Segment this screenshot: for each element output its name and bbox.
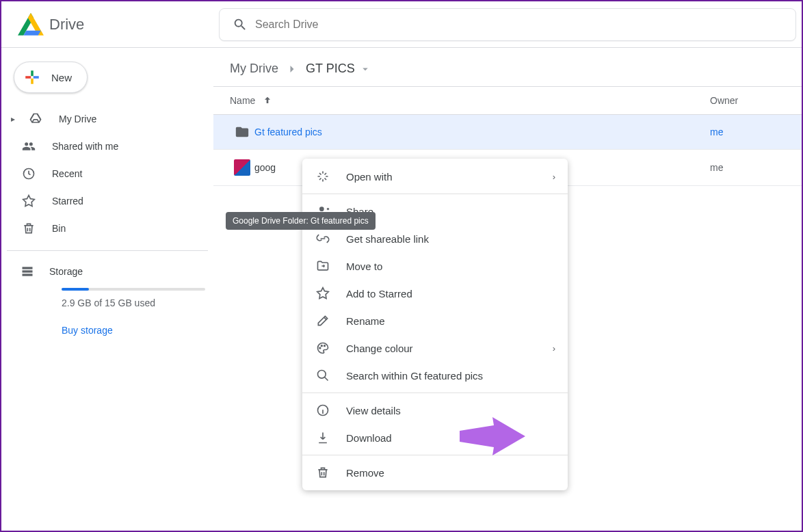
- sidebar-item-label: Starred: [52, 196, 83, 207]
- image-thumbnail-icon: [230, 159, 254, 176]
- search-input[interactable]: [255, 18, 790, 31]
- owner-cell: me: [710, 127, 785, 137]
- sidebar: New ▸ My Drive Shared with me Recent Sta…: [1, 48, 213, 531]
- svg-point-8: [318, 371, 326, 379]
- star-icon: [21, 194, 37, 208]
- svg-rect-3: [23, 274, 33, 276]
- svg-point-6: [321, 345, 323, 347]
- storage-progress: [62, 288, 205, 291]
- file-name: Gt featured pics: [254, 127, 710, 137]
- breadcrumb-current-label: GT PICS: [306, 62, 355, 76]
- storage-used-text: 2.9 GB of 15 GB used: [62, 297, 208, 308]
- tooltip: Google Drive Folder: Gt featured pics: [226, 212, 376, 230]
- sidebar-item-starred[interactable]: Starred: [7, 187, 208, 215]
- context-menu: Open with › Share Get shareable link Mov…: [302, 159, 568, 490]
- plus-icon: [21, 66, 43, 88]
- sidebar-item-label: My Drive: [59, 114, 96, 124]
- svg-point-5: [319, 347, 321, 349]
- sidebar-item-storage[interactable]: Storage: [7, 259, 208, 284]
- chevron-down-icon: [359, 63, 371, 75]
- search-icon: [315, 369, 331, 382]
- ctx-rename[interactable]: Rename: [302, 307, 568, 334]
- svg-rect-2: [23, 270, 33, 272]
- storage-label: Storage: [49, 266, 83, 277]
- chevron-right-icon: ›: [553, 343, 555, 354]
- search-icon[interactable]: [225, 17, 255, 32]
- open-with-icon: [315, 170, 331, 183]
- search-bar[interactable]: [219, 8, 796, 41]
- ctx-open-with[interactable]: Open with ›: [302, 163, 568, 190]
- trash-icon: [21, 222, 37, 235]
- folder-icon: [230, 124, 254, 139]
- header: Drive: [1, 1, 802, 48]
- breadcrumb: My Drive GT PICS: [213, 48, 802, 86]
- ctx-download[interactable]: Download: [302, 424, 568, 451]
- sidebar-item-label: Recent: [52, 168, 82, 179]
- sidebar-item-recent[interactable]: Recent: [7, 160, 208, 187]
- breadcrumb-current[interactable]: GT PICS: [306, 62, 371, 76]
- app-title: Drive: [49, 16, 84, 34]
- sidebar-item-mydrive[interactable]: ▸ My Drive: [7, 105, 208, 133]
- drive-outline-icon: [27, 112, 44, 126]
- chevron-right-icon: ›: [553, 172, 555, 182]
- buy-storage-link[interactable]: Buy storage: [62, 325, 208, 336]
- svg-point-4: [319, 207, 324, 211]
- svg-point-7: [324, 345, 326, 347]
- sidebar-item-label: Bin: [52, 223, 66, 234]
- storage-icon: [21, 265, 34, 278]
- sidebar-item-label: Shared with me: [52, 141, 118, 152]
- table-row[interactable]: Gt featured pics me: [213, 115, 802, 150]
- sidebar-item-bin[interactable]: Bin: [7, 215, 208, 242]
- owner-cell: me: [710, 162, 785, 173]
- palette-icon: [315, 341, 331, 355]
- ctx-change-colour[interactable]: Change colour ›: [302, 334, 568, 362]
- folder-move-icon: [315, 259, 331, 273]
- logo-area[interactable]: Drive: [7, 13, 219, 36]
- ctx-view-details[interactable]: View details: [302, 397, 568, 424]
- trash-icon: [315, 466, 331, 479]
- pencil-icon: [315, 314, 331, 328]
- chevron-right-icon: [285, 62, 299, 76]
- star-icon: [315, 287, 331, 300]
- people-icon: [21, 139, 37, 153]
- column-header-owner[interactable]: Owner: [710, 95, 785, 106]
- breadcrumb-root[interactable]: My Drive: [230, 62, 278, 76]
- new-button[interactable]: New: [14, 62, 88, 93]
- column-header-name[interactable]: Name: [230, 95, 710, 106]
- ctx-remove[interactable]: Remove: [302, 459, 568, 486]
- clock-icon: [21, 167, 37, 181]
- new-button-label: New: [51, 72, 72, 83]
- ctx-search-within[interactable]: Search within Gt featured pics: [302, 362, 568, 389]
- list-header: Name Owner: [213, 86, 802, 115]
- sidebar-item-shared[interactable]: Shared with me: [7, 133, 208, 160]
- ctx-add-starred[interactable]: Add to Starred: [302, 280, 568, 307]
- arrow-up-icon: [262, 95, 273, 106]
- link-icon: [315, 232, 331, 245]
- caret-right-icon: ▸: [11, 114, 15, 124]
- drive-logo-icon: [18, 13, 44, 36]
- info-icon: [315, 403, 331, 417]
- annotation-arrow-icon: [460, 417, 525, 455]
- svg-rect-1: [23, 267, 33, 269]
- download-icon: [315, 431, 331, 444]
- ctx-move-to[interactable]: Move to: [302, 252, 568, 280]
